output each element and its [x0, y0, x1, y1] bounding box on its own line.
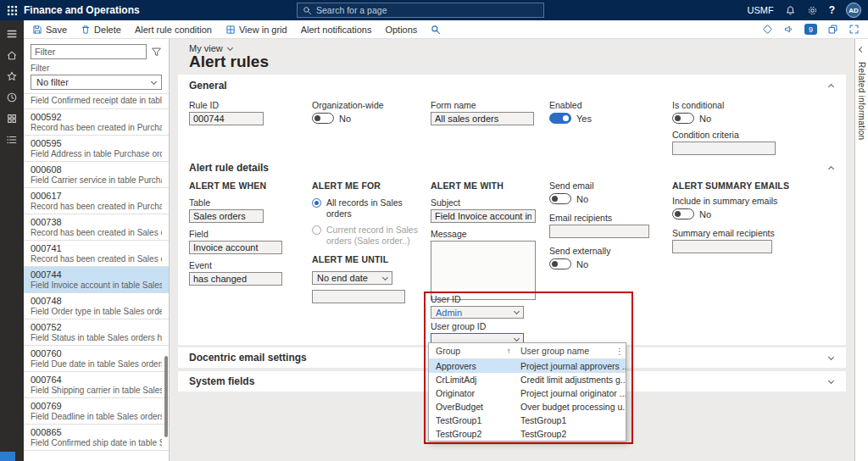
list-item[interactable]: 000617Record has been created in Purchas…	[24, 188, 169, 214]
list-item[interactable]: 000764Field Shipping carrier in table Sa…	[24, 372, 169, 398]
column-header-group[interactable]: Group	[429, 346, 507, 356]
organization-wide-toggle[interactable]	[312, 113, 334, 124]
view-in-grid-button[interactable]: View in grid	[225, 25, 287, 35]
alert-rules-list: 000592Record has been created in Purchas…	[24, 109, 169, 451]
sort-ascending-icon[interactable]: ↑	[507, 347, 519, 355]
action-pane: Save Delete Alert rule condition View in…	[24, 20, 868, 39]
list-item[interactable]: 000748Field Order type in table Sales or…	[24, 293, 169, 319]
list-item[interactable]: 000752Field Status in table Sales orders…	[24, 319, 169, 346]
summary-recipients-input[interactable]	[672, 240, 772, 253]
until-date-input[interactable]	[312, 290, 405, 303]
recent-clock-icon[interactable]	[0, 86, 24, 108]
condition-criteria-input[interactable]	[672, 142, 776, 155]
field-label: Field	[189, 229, 282, 239]
list-item[interactable]: 000865Field Confirmed ship date in table…	[24, 425, 169, 451]
event-label: Event	[189, 260, 282, 270]
workspaces-list-icon[interactable]	[0, 129, 24, 150]
maximize-icon[interactable]	[849, 24, 860, 35]
list-item[interactable]: 000769Field Deadline in table Sales orde…	[24, 398, 169, 425]
column-options-icon[interactable]: ⋮	[614, 347, 626, 356]
filter-select[interactable]: No filter	[31, 75, 162, 90]
actionbar-right-icons: 9	[762, 24, 860, 35]
organization-wide-label: Organization-wide	[312, 100, 384, 110]
section-general-header[interactable]: General	[178, 75, 846, 97]
email-recipients-input[interactable]	[549, 225, 649, 238]
rule-id-input[interactable]	[189, 112, 264, 125]
list-scrollbar[interactable]	[164, 356, 168, 437]
nav-rail	[0, 20, 24, 461]
list-item-selected[interactable]: 000744Field Invoice account in table Sal…	[24, 267, 169, 293]
enabled-toggle[interactable]	[549, 113, 571, 124]
list-item[interactable]: 000760Field Due date in table Sales orde…	[24, 346, 169, 372]
favorites-star-icon[interactable]	[0, 65, 24, 86]
column-header-user-group-name[interactable]: User group name	[519, 346, 614, 356]
filter-funnel-icon[interactable]	[151, 47, 162, 58]
content-area: My view Alert rules General Rule ID Orga…	[170, 39, 854, 461]
form-name-input[interactable]	[431, 112, 534, 125]
send-email-toggle[interactable]	[549, 193, 571, 204]
list-filter-input[interactable]	[31, 44, 147, 59]
section-details-header[interactable]: Alert rule details	[178, 157, 846, 179]
messages-badge[interactable]: 9	[804, 24, 817, 35]
dropdown-row[interactable]: TestGroup1TestGroup1	[429, 414, 626, 427]
options-button[interactable]: Options	[385, 25, 417, 35]
dropdown-header-row: Group ↑ User group name ⋮	[429, 343, 626, 359]
actionbar-search-icon[interactable]	[431, 25, 441, 35]
field-input[interactable]	[189, 241, 282, 254]
until-select[interactable]: No end date	[312, 271, 392, 285]
company-picker[interactable]: USMF	[747, 5, 773, 15]
delete-button[interactable]: Delete	[81, 25, 121, 35]
help-icon[interactable]: ?	[829, 4, 835, 16]
alert-summary-emails-header: ALERT SUMMARY EMAILS	[672, 181, 789, 191]
subject-input[interactable]	[431, 209, 536, 223]
event-input[interactable]	[189, 272, 282, 286]
dropdown-row[interactable]: TestGroup2TestGroup2	[429, 427, 626, 441]
chevron-down-icon	[514, 336, 520, 342]
radio-selected-icon	[312, 198, 321, 208]
global-search-input[interactable]	[316, 5, 538, 15]
popout-icon[interactable]	[827, 24, 838, 35]
list-item[interactable]: 000738Record has been created in Sales o…	[24, 214, 169, 241]
alert-rule-condition-button[interactable]: Alert rule condition	[135, 25, 212, 35]
topbar-right: USMF ? AD	[747, 0, 861, 20]
expand-icon	[828, 377, 834, 383]
list-item-partial[interactable]: Field Confirmed receipt date in tabl...	[24, 93, 169, 109]
current-record-radio[interactable]: Current record in Sales orders (Sales or…	[312, 225, 429, 247]
avatar[interactable]: AD	[846, 3, 861, 18]
gear-icon[interactable]	[807, 5, 818, 16]
user-group-dropdown: Group ↑ User group name ⋮ ApproversProje…	[428, 342, 626, 442]
modules-grid-icon[interactable]	[0, 108, 24, 129]
alert-notifications-button[interactable]: Alert notifications	[301, 25, 372, 35]
all-records-radio[interactable]: All records in Sales orders	[312, 197, 429, 219]
related-information-panel[interactable]: Related information	[854, 39, 868, 461]
dropdown-row[interactable]: OverBudgetOver budget processing u...	[429, 400, 626, 414]
list-item[interactable]: 000592Record has been created in Purchas…	[24, 109, 169, 136]
menu-icon[interactable]	[0, 23, 24, 44]
announcement-icon[interactable]	[783, 24, 794, 35]
global-search[interactable]	[297, 3, 544, 18]
send-externally-toggle[interactable]	[549, 258, 571, 269]
email-recipients-label: Email recipients	[549, 213, 649, 223]
table-input[interactable]	[189, 209, 264, 223]
dropdown-row[interactable]: OriginatorProject journal originator ...	[429, 386, 626, 400]
chevron-down-icon	[227, 44, 233, 50]
home-icon[interactable]	[0, 44, 24, 65]
bell-icon[interactable]	[785, 5, 796, 16]
user-id-combobox[interactable]: Admin	[431, 306, 524, 319]
is-conditional-toggle[interactable]	[672, 113, 694, 124]
dropdown-row-selected[interactable]: ApproversProject journal approvers ...	[429, 359, 626, 373]
summary-recipients-label: Summary email recipients	[672, 228, 789, 238]
dropdown-row[interactable]: CrLimitAdjCredit limit adjustments g...	[429, 373, 626, 386]
list-item[interactable]: 000608Field Carrier service in table Pur…	[24, 162, 169, 188]
expand-related-icon[interactable]	[859, 47, 865, 53]
save-button[interactable]: Save	[32, 25, 67, 35]
condition-criteria-label: Condition criteria	[672, 130, 776, 140]
list-item[interactable]: 000741Record has been created in Sales o…	[24, 241, 169, 267]
subject-label: Subject	[431, 197, 536, 208]
message-textarea[interactable]	[431, 241, 536, 300]
list-item[interactable]: 000595Field Address in table Purchase or…	[24, 136, 169, 162]
connector-icon[interactable]	[762, 24, 773, 35]
app-title[interactable]: Finance and Operations	[24, 4, 140, 16]
include-summary-toggle[interactable]	[672, 208, 694, 219]
waffle-icon[interactable]	[0, 0, 24, 20]
